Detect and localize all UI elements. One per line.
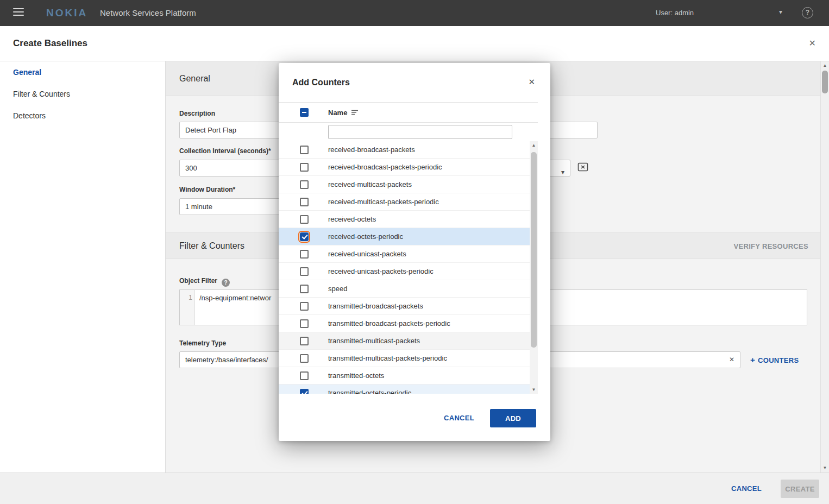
line-number: 1 — [189, 294, 192, 301]
counter-checkbox[interactable] — [300, 250, 309, 259]
counter-label: received-broadcast-packets-periodic — [328, 163, 442, 171]
counter-label: speed — [328, 285, 347, 293]
object-filter-value[interactable]: /nsp-equipment:networ — [199, 294, 271, 302]
window-duration-label: Window Duration* — [179, 186, 235, 193]
collection-interval-label: Collection Interval (seconds)* — [179, 147, 271, 155]
description-label: Description — [179, 110, 215, 117]
counter-checkbox[interactable] — [300, 198, 309, 206]
table-header: Name — [279, 102, 538, 123]
dialog-cancel-button[interactable]: CANCEL — [444, 409, 474, 427]
counter-row[interactable]: transmitted-broadcast-packets — [279, 298, 530, 315]
object-filter-label: Object Filter? — [179, 277, 230, 287]
counter-checkbox[interactable] — [300, 319, 309, 328]
counter-checkbox[interactable] — [300, 285, 309, 293]
help-icon[interactable]: ? — [222, 279, 230, 287]
scrollbar-thumb[interactable] — [822, 71, 828, 93]
counter-row[interactable]: transmitted-broadcast-packets-periodic — [279, 315, 530, 332]
counter-label: transmitted-octets-periodic — [328, 389, 411, 394]
plus-icon: + — [750, 355, 755, 364]
counter-row[interactable]: received-unicast-packets — [279, 245, 530, 263]
counter-checkbox[interactable] — [300, 302, 309, 311]
filter-row — [279, 123, 538, 141]
select-all-checkbox[interactable] — [300, 108, 309, 117]
filter-section-title: Filter & Counters — [179, 241, 244, 251]
counter-checkbox[interactable] — [300, 180, 309, 189]
nokia-logo: NOKIA — [46, 7, 87, 19]
scroll-up-icon[interactable]: ▲ — [821, 61, 829, 70]
counter-row[interactable]: speed — [279, 280, 530, 298]
counter-row[interactable]: transmitted-multicast-packets — [279, 332, 530, 350]
app-title: Network Services Platform — [100, 8, 196, 17]
counter-checkbox[interactable] — [300, 389, 309, 394]
counter-checkbox[interactable] — [300, 337, 309, 345]
counter-label: transmitted-multicast-packets-periodic — [328, 354, 447, 362]
counter-row[interactable]: received-octets — [279, 211, 530, 228]
bottom-action-bar: CANCEL CREATE — [0, 472, 829, 504]
cancel-button[interactable]: CANCEL — [731, 473, 762, 504]
topbar: NOKIA Network Services Platform User: ad… — [0, 0, 829, 26]
menu-icon[interactable] — [13, 8, 24, 17]
dialog-add-button[interactable]: ADD — [490, 409, 536, 427]
user-menu[interactable]: User: admin — [656, 9, 694, 17]
counter-list[interactable]: received-broadcast-packets received-broa… — [279, 141, 530, 394]
verify-resources-button[interactable]: VERIFY RESOURCES — [734, 242, 808, 250]
close-icon[interactable]: ✕ — [809, 38, 816, 48]
close-icon[interactable]: ✕ — [528, 77, 535, 87]
scroll-down-icon[interactable]: ▼ — [821, 464, 829, 472]
scroll-up-icon[interactable]: ▲ — [530, 141, 538, 149]
name-column-header: Name — [328, 109, 347, 117]
clear-input-icon[interactable]: ✕ — [729, 352, 734, 368]
counter-checkbox[interactable] — [300, 267, 309, 276]
counter-row[interactable]: received-unicast-packets-periodic — [279, 263, 530, 280]
counter-label: received-multicast-packets-periodic — [328, 198, 439, 206]
add-counters-dialog: Add Counters ✕ Name received-broadcast-p… — [279, 63, 550, 441]
counter-checkbox[interactable] — [300, 232, 309, 241]
counter-label: received-multicast-packets — [328, 180, 412, 188]
counter-label: transmitted-broadcast-packets — [328, 302, 423, 310]
clear-selection-icon[interactable] — [577, 162, 590, 174]
counter-checkbox[interactable] — [300, 163, 309, 172]
dialog-title: Add Counters — [292, 78, 350, 87]
counter-row[interactable]: received-octets-periodic — [279, 228, 530, 245]
counter-label: received-broadcast-packets — [328, 146, 415, 154]
counter-label: transmitted-multicast-packets — [328, 337, 420, 345]
sidebar-item-general[interactable]: General — [0, 61, 165, 83]
counter-label: received-octets-periodic — [328, 232, 403, 241]
counter-label: received-octets — [328, 215, 376, 223]
counter-row[interactable]: received-broadcast-packets — [279, 141, 530, 159]
counter-label: received-unicast-packets — [328, 250, 406, 258]
counter-checkbox[interactable] — [300, 215, 309, 224]
create-button[interactable]: CREATE — [781, 480, 819, 498]
list-scrollbar[interactable]: ▲ ▼ — [530, 141, 538, 394]
counter-row[interactable]: transmitted-octets — [279, 367, 530, 385]
sort-icon[interactable] — [351, 110, 359, 115]
add-counters-button[interactable]: +COUNTERS — [750, 355, 799, 364]
counter-label: transmitted-octets — [328, 371, 384, 380]
general-section-title: General — [179, 74, 210, 84]
telemetry-type-label: Telemetry Type — [179, 339, 226, 347]
counter-row[interactable]: received-multicast-packets-periodic — [279, 193, 530, 211]
counter-checkbox[interactable] — [300, 354, 309, 363]
counter-label: received-unicast-packets-periodic — [328, 267, 434, 275]
page-header: Create Baselines ✕ — [0, 26, 829, 61]
counter-row[interactable]: transmitted-multicast-packets-periodic — [279, 350, 530, 367]
sidebar-item-detectors[interactable]: Detectors — [0, 105, 165, 127]
counter-label: transmitted-broadcast-packets-periodic — [328, 319, 450, 327]
scrollbar-thumb[interactable] — [531, 152, 537, 348]
chevron-down-icon[interactable]: ▾ — [779, 8, 782, 16]
sidebar-item-filter-counters[interactable]: Filter & Counters — [0, 83, 165, 105]
scroll-down-icon[interactable]: ▼ — [530, 386, 538, 394]
counter-row[interactable]: received-broadcast-packets-periodic — [279, 159, 530, 176]
counter-row[interactable]: transmitted-octets-periodic — [279, 385, 530, 394]
sidebar: General Filter & Counters Detectors — [0, 61, 166, 472]
counter-checkbox[interactable] — [300, 371, 309, 380]
counter-checkbox[interactable] — [300, 146, 309, 154]
editor-gutter: 1 — [180, 290, 195, 325]
help-icon[interactable]: ? — [802, 7, 813, 18]
page-scrollbar[interactable]: ▲ ▼ — [820, 61, 829, 472]
chevron-down-icon: ▾ — [561, 165, 564, 177]
counter-row[interactable]: received-multicast-packets — [279, 176, 530, 193]
page-title: Create Baselines — [13, 26, 87, 61]
name-filter-input[interactable] — [328, 125, 512, 139]
